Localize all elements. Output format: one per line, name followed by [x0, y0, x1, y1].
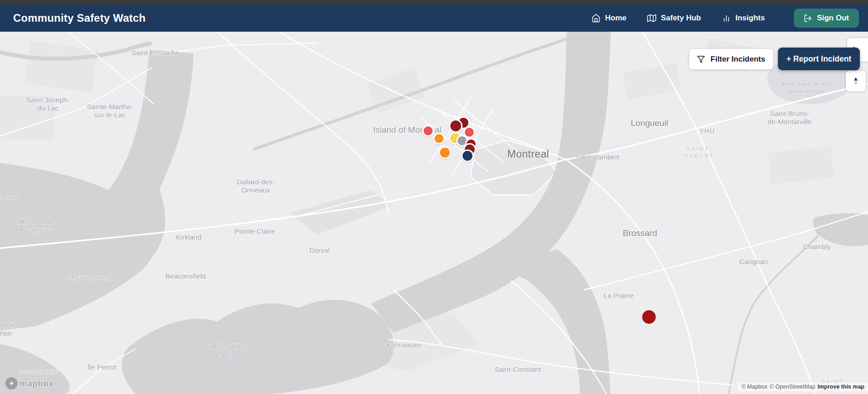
filter-incidents-label: Filter Incidents [711, 55, 765, 64]
nav-item-home[interactable]: Home [591, 14, 626, 23]
nav-item-label: Insights [735, 14, 765, 23]
browser-top-strip [0, 0, 868, 5]
incident-marker[interactable] [449, 119, 463, 133]
filter-funnel-icon [697, 55, 705, 63]
incident-marker[interactable] [461, 149, 474, 162]
nav-item-insights[interactable]: Insights [722, 14, 765, 23]
mapbox-credit-link[interactable]: © Mapbox [741, 384, 767, 390]
incident-markers-layer [0, 32, 868, 394]
incident-marker[interactable] [439, 146, 451, 159]
osm-credit-link[interactable]: © OpenStreetMap [770, 384, 816, 390]
nav-item-label: Home [605, 14, 626, 23]
nav-item-safety-hub[interactable]: Safety Hub [647, 14, 701, 23]
incident-marker[interactable] [433, 133, 445, 144]
mapbox-logo[interactable]: ✦ mapbox [5, 377, 54, 389]
nav-item-label: Safety Hub [661, 14, 701, 23]
improve-map-link[interactable]: Improve this map [818, 384, 865, 390]
log-out-icon [804, 14, 812, 23]
incident-marker[interactable] [642, 310, 656, 324]
map-canvas[interactable]: Saint-EustacheSaint-Joseph- du-LacSainte… [0, 32, 868, 394]
incident-marker[interactable] [422, 125, 434, 137]
mapbox-logo-word: mapbox [19, 379, 54, 389]
header-nav: Home Safety Hub Insights Sign Out [591, 9, 859, 28]
arrow-down-icon: ▼ [853, 81, 859, 86]
home-icon [591, 14, 601, 23]
bar-chart-icon [722, 14, 731, 23]
mapbox-logo-icon: ✦ [5, 377, 18, 389]
map-attribution: © Mapbox © OpenStreetMap Improve this ma… [738, 383, 868, 391]
report-incident-label: + Report Incident [787, 54, 851, 64]
filter-incidents-button[interactable]: Filter Incidents [689, 49, 773, 69]
report-incident-button[interactable]: + Report Incident [778, 48, 860, 70]
app-header: Community Safety Watch Home Safety Hub I… [0, 5, 868, 32]
sign-out-button[interactable]: Sign Out [794, 9, 859, 28]
map-icon [647, 14, 656, 23]
tilt-control[interactable]: ▲ ▼ [846, 71, 866, 91]
sign-out-label: Sign Out [817, 14, 849, 23]
app-title: Community Safety Watch [13, 12, 146, 24]
